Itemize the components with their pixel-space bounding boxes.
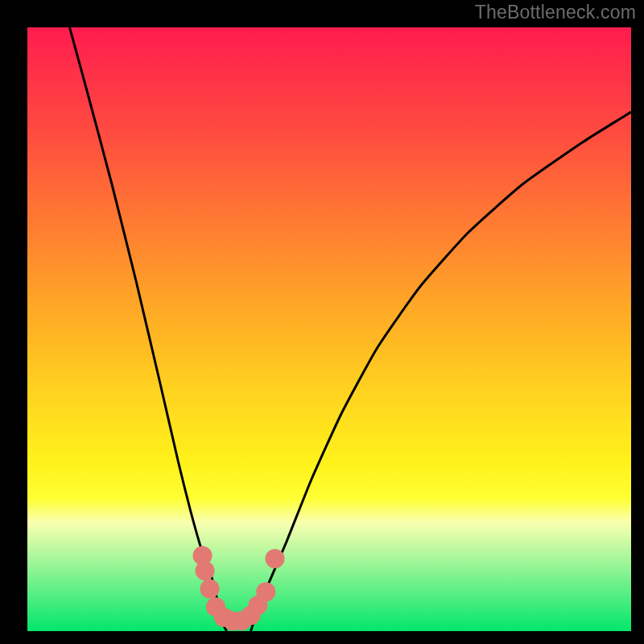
data-marker bbox=[196, 561, 215, 580]
chart-frame: TheBottleneck.com bbox=[0, 0, 644, 644]
left-curve bbox=[70, 27, 227, 631]
chart-svg bbox=[27, 27, 631, 631]
curve-group bbox=[70, 27, 632, 631]
data-marker bbox=[200, 580, 220, 599]
data-marker bbox=[266, 549, 285, 568]
data-marker bbox=[256, 582, 275, 601]
chart-plot-area bbox=[27, 27, 631, 631]
watermark-text: TheBottleneck.com bbox=[475, 2, 636, 23]
data-markers bbox=[193, 546, 285, 630]
right-curve bbox=[251, 112, 632, 631]
